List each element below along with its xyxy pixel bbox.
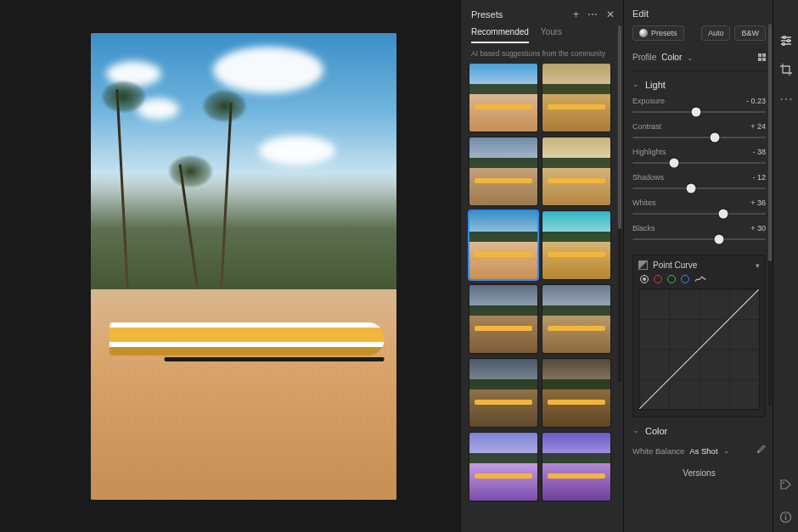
slider-shadows[interactable]: Shadows- 12: [632, 171, 766, 197]
preset-thumb[interactable]: [542, 211, 610, 279]
preset-thumb[interactable]: [469, 359, 537, 427]
presets-button[interactable]: Presets: [632, 25, 684, 41]
curve-channel-rgb[interactable]: [640, 275, 649, 283]
svg-point-10: [785, 513, 787, 515]
eyedropper-icon[interactable]: [756, 445, 766, 456]
preset-thumb[interactable]: [542, 433, 610, 501]
tab-yours[interactable]: Yours: [541, 27, 562, 43]
presets-panel: Presets + ⋯ ✕ Recommended Yours AI based…: [460, 0, 623, 532]
section-color[interactable]: ⌄ Color: [632, 417, 766, 441]
tool-strip: ⋯: [773, 0, 798, 532]
slider-blacks[interactable]: Blacks+ 30: [632, 222, 766, 248]
auto-button[interactable]: Auto: [701, 25, 731, 41]
chevron-down-icon: ⌄: [632, 80, 639, 88]
close-panel-icon[interactable]: ✕: [606, 8, 615, 20]
curve-title: Point Curve: [653, 260, 697, 270]
preset-thumb[interactable]: [469, 64, 537, 132]
white-balance-label: White Balance: [632, 446, 684, 456]
svg-point-6: [782, 43, 784, 46]
curve-channel-green[interactable]: [667, 275, 676, 283]
preset-thumb[interactable]: [469, 433, 537, 501]
more-icon[interactable]: ⋯: [587, 8, 598, 20]
curve-collapse-icon[interactable]: ▾: [756, 261, 760, 270]
crop-icon[interactable]: [779, 63, 793, 76]
curve-channel-red[interactable]: [654, 275, 662, 283]
add-preset-icon[interactable]: +: [573, 8, 579, 20]
info-icon[interactable]: [779, 510, 793, 524]
preset-thumb[interactable]: [469, 285, 537, 353]
tag-icon[interactable]: [779, 478, 793, 491]
slider-highlights[interactable]: Highlights- 38: [632, 146, 766, 171]
chevron-down-icon: ⌄: [632, 426, 639, 434]
presets-title: Presets: [471, 9, 503, 20]
presets-hint: AI based suggestions from the community: [461, 43, 623, 64]
versions-button[interactable]: Versions: [632, 460, 766, 483]
curve-channel-blue[interactable]: [681, 275, 689, 283]
preset-thumb[interactable]: [542, 359, 610, 427]
preset-thumb[interactable]: [542, 285, 610, 353]
section-light[interactable]: ⌄ Light: [632, 71, 766, 95]
chevron-down-icon[interactable]: ⌄: [723, 446, 730, 455]
white-balance-value[interactable]: As Shot: [689, 446, 717, 456]
preset-thumb[interactable]: [469, 137, 537, 205]
edit-panel: Edit Presets Auto B&W Profile Color ⌄: [623, 0, 773, 532]
bw-button[interactable]: B&W: [734, 25, 766, 41]
curve-mode-icon[interactable]: [638, 260, 648, 270]
presets-dot-icon: [639, 29, 648, 37]
slider-exposure[interactable]: Exposure- 0.23: [632, 95, 766, 120]
svg-line-0: [639, 289, 759, 409]
profile-value[interactable]: Color: [661, 53, 682, 62]
tone-curve[interactable]: [638, 288, 760, 410]
point-curve-panel: Point Curve ▾: [632, 255, 766, 417]
preset-thumb[interactable]: [542, 64, 610, 132]
svg-point-4: [783, 36, 785, 39]
preset-thumb[interactable]: [542, 137, 610, 205]
slider-whites[interactable]: Whites+ 36: [632, 197, 766, 222]
canvas-area: [0, 0, 460, 532]
profile-browser-icon[interactable]: [758, 53, 766, 61]
chevron-down-icon[interactable]: ⌄: [687, 53, 694, 62]
svg-point-5: [787, 40, 790, 42]
tab-recommended[interactable]: Recommended: [471, 27, 529, 43]
parametric-curve-icon[interactable]: [694, 275, 706, 283]
svg-point-7: [783, 482, 784, 484]
edit-sliders-icon[interactable]: [779, 34, 793, 48]
profile-label: Profile: [632, 53, 656, 62]
preset-thumb[interactable]: [469, 211, 537, 279]
main-photo[interactable]: [91, 33, 396, 500]
more-tools-icon[interactable]: ⋯: [779, 92, 793, 105]
edit-title: Edit: [632, 8, 649, 19]
edit-scrollbar[interactable]: [768, 24, 772, 406]
presets-scrollbar[interactable]: [618, 25, 621, 382]
slider-contrast[interactable]: Contrast+ 24: [632, 120, 766, 146]
